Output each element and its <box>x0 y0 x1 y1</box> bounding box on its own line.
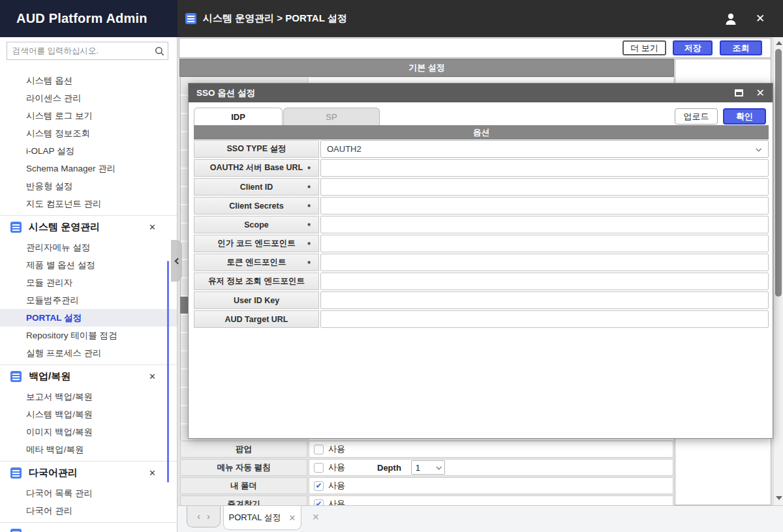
field-label-cell: 유저 정보 조회 엔드포인트 <box>194 273 319 290</box>
depth-label: Depth <box>377 463 401 473</box>
setting-row-popup: 팝업 ✔ 사용 <box>180 441 673 458</box>
document-icon <box>10 467 22 479</box>
scroll-down-icon[interactable] <box>776 496 782 500</box>
sidebar-item-product-option[interactable]: 제품 별 옵션 설정 <box>0 256 177 274</box>
search-input[interactable] <box>7 46 151 55</box>
user-id-key-input[interactable] <box>320 291 769 309</box>
sidebar-item-responsive[interactable]: 반응형 설정 <box>0 177 177 195</box>
setting-row-my-folder: 내 폴더 ✔ 사용 <box>180 477 673 494</box>
setting-label: 팝업 <box>180 441 307 458</box>
sidebar-item-report-backup[interactable]: 보고서 백업/복원 <box>0 388 177 406</box>
sidebar-item-module-admin[interactable]: 모듈 관리자 <box>0 274 177 291</box>
sidebar-section-backup[interactable]: 백업/복원 ✕ <box>0 364 177 388</box>
setting-label: 메뉴 자동 펼침 <box>180 459 307 476</box>
base-url-input[interactable] <box>320 159 769 177</box>
option-table-header: 옵션 <box>194 125 769 140</box>
sidebar-item-map-component[interactable]: 지도 컴포넌트 관리 <box>0 195 177 213</box>
section-close-icon[interactable]: ✕ <box>149 468 156 478</box>
sidebar-section-partial[interactable] <box>0 522 177 532</box>
client-id-input[interactable] <box>320 178 769 196</box>
sidebar-search <box>7 42 168 60</box>
token-endpoint-input[interactable] <box>320 254 769 271</box>
sidebar-item-portal-settings[interactable]: PORTAL 설정 <box>0 309 177 327</box>
tab-scroll-right-icon[interactable]: › <box>207 512 210 521</box>
upload-button[interactable]: 업로드 <box>675 108 718 125</box>
userinfo-endpoint-input[interactable] <box>320 273 769 290</box>
auth-code-endpoint-input[interactable] <box>320 235 769 252</box>
sidebar-item-license[interactable]: 라이센스 관리 <box>0 89 177 107</box>
sidebar-item-multilang-admin[interactable]: 다국어 관리 <box>0 502 177 520</box>
chevron-down-icon <box>436 464 441 469</box>
sidebar-item-admin-menu[interactable]: 관리자메뉴 설정 <box>0 239 177 256</box>
user-icon[interactable] <box>723 11 739 27</box>
form-row-sso-type: SSO TYPE 설정 OAUTH2 <box>194 140 769 158</box>
tab-scroll-left-icon[interactable]: ‹ <box>197 512 200 521</box>
sidebar-item-multilang-list[interactable]: 다국어 목록 관리 <box>0 484 177 502</box>
sidebar-item-system-option[interactable]: 시스템 옵션 <box>0 72 177 89</box>
document-icon <box>10 222 22 233</box>
form-row-userinfo-endpoint: 유저 정보 조회 엔드포인트 <box>194 273 769 290</box>
sidebar-section-system-ops[interactable]: 시스템 운영관리 ✕ <box>0 215 177 239</box>
tab-close-icon[interactable]: ✕ <box>289 513 296 523</box>
sidebar-item-meta-backup[interactable]: 메타 백업/복원 <box>0 441 177 458</box>
dialog-title: SSO 옵션 설정 <box>196 87 255 99</box>
open-tab-portal-settings[interactable]: PORTAL 설정 ✕ <box>223 506 301 530</box>
breadcrumb-wrap: 시스템 운영관리 > PORTAL 설정 <box>185 0 347 37</box>
dialog-close-icon[interactable]: ✕ <box>756 87 765 99</box>
basic-settings-header: 기본 설정 <box>179 59 674 77</box>
sidebar-item-schema-manager[interactable]: Schema Manager 관리 <box>0 160 177 177</box>
sidebar: 시스템 옵션 라이센스 관리 시스템 로그 보기 시스템 정보조회 i-OLAP… <box>0 37 177 532</box>
section-close-icon[interactable]: ✕ <box>149 372 156 381</box>
section-label: 백업/복원 <box>29 370 142 383</box>
tab-idp[interactable]: IDP <box>194 108 283 125</box>
client-secrets-input[interactable] <box>320 197 769 214</box>
maximize-icon[interactable] <box>735 89 743 96</box>
aud-target-url-input[interactable] <box>320 310 769 328</box>
use-label: 사용 <box>328 443 345 455</box>
checkbox[interactable]: ✔ <box>314 463 324 473</box>
tab-nav-pill: ‹ › <box>187 506 221 527</box>
window-close-icon[interactable]: ✕ <box>752 10 769 27</box>
field-label-cell: AUD Target URL <box>194 310 319 328</box>
scroll-up-icon[interactable] <box>776 41 782 45</box>
save-button[interactable]: 저장 <box>673 40 713 55</box>
main-scrollbar[interactable] <box>773 37 783 505</box>
sso-type-select[interactable]: OAUTH2 <box>320 140 769 158</box>
depth-select[interactable]: 1 <box>411 460 445 475</box>
use-label: 사용 <box>328 462 345 473</box>
field-label-cell: Scope * <box>194 216 319 233</box>
search-icon[interactable] <box>151 42 168 59</box>
sidebar-item-system-backup[interactable]: 시스템 백업/복원 <box>0 406 177 423</box>
form-row-token-endpoint: 토큰 엔드포인트 * <box>194 254 769 271</box>
field-label-cell: Client ID * <box>194 178 319 196</box>
sidebar-item-system-info[interactable]: 시스템 정보조회 <box>0 125 177 142</box>
field-label-cell: 토큰 엔드포인트 * <box>194 254 319 271</box>
sidebar-section-multilang[interactable]: 다국어관리 ✕ <box>0 461 177 484</box>
breadcrumb: 시스템 운영관리 > PORTAL 설정 <box>203 12 347 25</box>
confirm-button[interactable]: 확인 <box>723 108 766 125</box>
setting-label: 내 폴더 <box>180 477 307 494</box>
sidebar-scrollbar-thumb[interactable] <box>167 261 169 482</box>
field-label-cell: OAUTH2 서버 Base URL * <box>194 159 319 177</box>
extra-close-icon[interactable]: ✕ <box>312 512 320 522</box>
chevron-down-icon <box>756 146 761 151</box>
section-close-icon[interactable]: ✕ <box>149 222 156 232</box>
dialog-tabs: IDP SP 업로드 확인 <box>194 108 767 125</box>
sidebar-item-iolap[interactable]: i-OLAP 설정 <box>0 142 177 160</box>
search-button[interactable]: 조회 <box>720 40 762 55</box>
form-row-base-url: OAUTH2 서버 Base URL * <box>194 159 769 177</box>
sidebar-item-image-backup[interactable]: 이미지 백업/복원 <box>0 423 177 441</box>
tab-sp[interactable]: SP <box>283 108 380 125</box>
sidebar-item-repository-check[interactable]: Repository 테이블 점검 <box>0 327 177 344</box>
scrollbar-thumb[interactable] <box>775 49 782 297</box>
sidebar-menu: 시스템 옵션 라이센스 관리 시스템 로그 보기 시스템 정보조회 i-OLAP… <box>0 60 177 532</box>
checkbox[interactable]: ✔ <box>314 481 324 491</box>
sidebar-collapse-handle[interactable] <box>171 240 182 282</box>
more-button[interactable]: 더 보기 <box>622 40 666 55</box>
sidebar-item-system-log[interactable]: 시스템 로그 보기 <box>0 107 177 125</box>
dialog-titlebar[interactable]: SSO 옵션 설정 ✕ <box>189 83 773 102</box>
scope-input[interactable] <box>320 216 769 233</box>
checkbox[interactable]: ✔ <box>314 445 324 454</box>
sidebar-item-process-admin[interactable]: 실행 프로세스 관리 <box>0 344 177 362</box>
sidebar-item-module-category[interactable]: 모듈범주관리 <box>0 291 177 309</box>
